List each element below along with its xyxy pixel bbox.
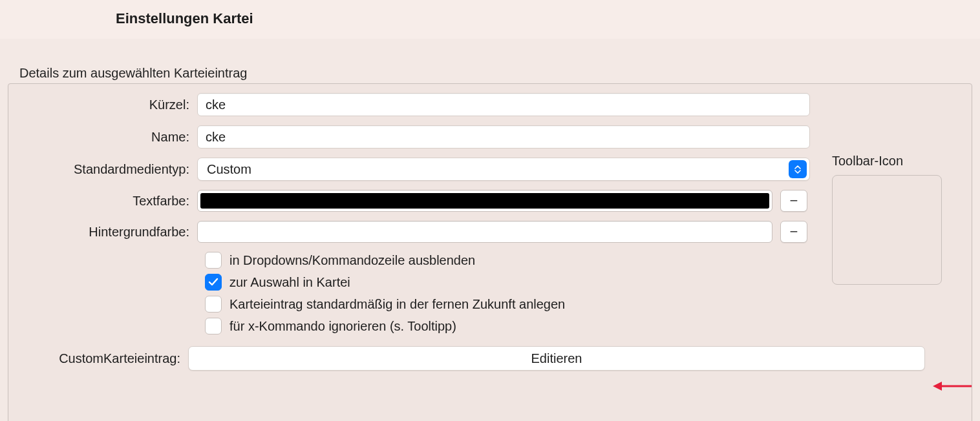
select-medientyp-value: Custom [207,162,789,177]
label-name: Name: [8,130,197,145]
header-title: Einstellungen Kartei [0,0,980,39]
label-kuerzel: Kürzel: [8,98,197,112]
checkbox-zukunft[interactable] [205,296,222,313]
swatch-textfarbe[interactable] [197,190,772,212]
label-textfarbe: Textfarbe: [8,194,197,209]
label-custom: CustomKarteieintrag: [8,351,188,366]
input-kuerzel[interactable] [197,93,810,116]
checkbox-row-xkommando: für x-Kommando ignorieren (s. Tooltipp) [8,318,959,334]
row-textfarbe: Textfarbe: − [8,190,959,212]
select-medientyp[interactable]: Custom [197,158,810,181]
editieren-button-label: Editieren [531,351,582,366]
checkbox-block: in Dropdowns/Kommandozeile ausblenden zu… [8,252,959,334]
checkbox-auswahl[interactable] [205,274,222,291]
checkbox-auswahl-label: zur Auswahl in Kartei [229,275,350,290]
checkbox-xkommando[interactable] [205,318,222,334]
toolbar-icon-section: Toolbar-Icon [832,154,943,285]
editieren-button[interactable]: Editieren [188,346,925,371]
checkbox-hide[interactable] [205,252,222,269]
checkbox-xkommando-label: für x-Kommando ignorieren (s. Tooltipp) [229,319,456,334]
row-hintergrundfarbe: Hintergrundfarbe: − [8,221,959,243]
remove-textfarbe-button[interactable]: − [780,190,807,212]
arrow-annotation-icon [932,378,973,394]
input-name[interactable] [197,125,810,149]
swatch-hintergrundfarbe-fill [200,224,769,240]
minus-icon: − [790,192,798,209]
section-label: Details zum ausgewählten Karteieintrag [0,39,980,83]
checkbox-row-hide: in Dropdowns/Kommandozeile ausblenden [8,252,959,269]
row-name: Name: [8,125,959,149]
checkbox-row-zukunft: Karteieintrag standardmäßig in der ferne… [8,296,959,313]
checkbox-zukunft-label: Karteieintrag standardmäßig in der ferne… [229,297,565,312]
minus-icon: − [790,223,798,240]
checkbox-row-auswahl: zur Auswahl in Kartei [8,274,959,291]
remove-hintergrundfarbe-button[interactable]: − [780,221,807,243]
details-panel: Kürzel: Name: Standardmedientyp: Custom … [8,83,972,421]
svg-marker-1 [933,382,942,391]
toolbar-icon-label: Toolbar-Icon [832,154,943,169]
row-medientyp: Standardmedientyp: Custom [8,158,959,181]
row-kuerzel: Kürzel: [8,93,959,116]
swatch-textfarbe-fill [200,193,769,209]
label-medientyp: Standardmedientyp: [8,162,197,177]
label-hintergrundfarbe: Hintergrundfarbe: [8,225,197,240]
toolbar-icon-well[interactable] [832,175,942,285]
updown-icon [789,160,807,178]
checkbox-hide-label: in Dropdowns/Kommandozeile ausblenden [229,253,475,268]
row-custom: CustomKarteieintrag: Editieren [8,346,959,371]
swatch-hintergrundfarbe[interactable] [197,221,772,243]
